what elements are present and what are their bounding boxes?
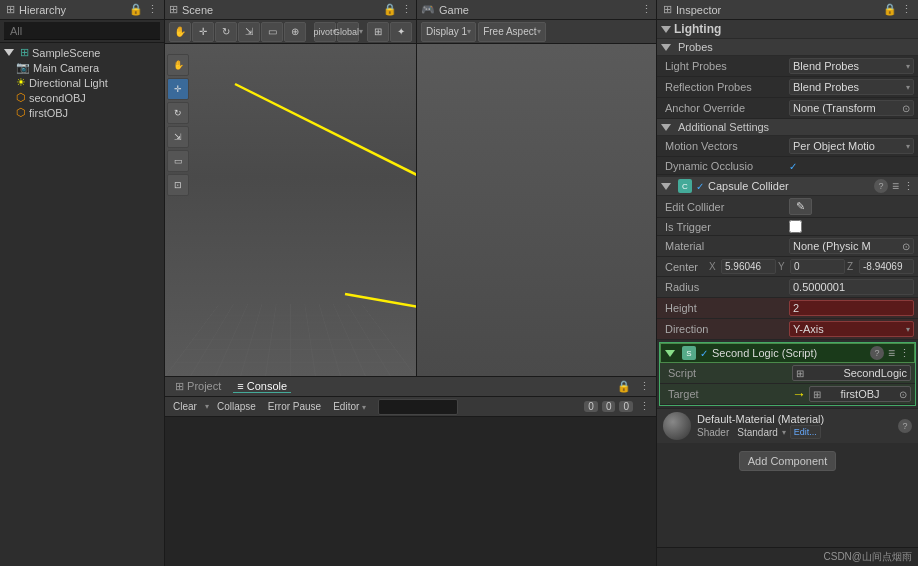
is-trigger-checkbox[interactable] — [789, 220, 802, 233]
center-area: ⊞ Scene 🔒 ⋮ ✋ ✛ ↻ ⇲ ▭ ⊕ — [165, 0, 656, 566]
scene-tool-hand[interactable]: ✋ — [167, 54, 189, 76]
game-viewport[interactable] — [417, 44, 656, 376]
motion-vectors-row: Motion Vectors Per Object Motio ▾ — [657, 136, 918, 157]
additional-settings-header[interactable]: Additional Settings — [657, 119, 918, 136]
scene-lock-icon[interactable]: 🔒 — [383, 3, 397, 16]
center-z-input[interactable] — [859, 259, 914, 274]
console-toolbar: Clear ▾ Collapse Error Pause Editor ▾ 0 … — [165, 397, 656, 417]
collapse-button[interactable]: Collapse — [213, 400, 260, 413]
hierarchy-search-input[interactable] — [4, 22, 160, 40]
scene-tool-scale[interactable]: ⇲ — [167, 126, 189, 148]
toolbar-rotate-btn[interactable]: ↻ — [215, 22, 237, 42]
material-info: Default-Material (Material) Shader Stand… — [697, 413, 892, 439]
scene-tool-snap[interactable]: ⊡ — [167, 174, 189, 196]
target-value[interactable]: ⊞ firstOBJ ⊙ — [809, 386, 911, 402]
hier-item-label: Main Camera — [33, 62, 99, 74]
center-x-input[interactable] — [721, 259, 776, 274]
script-settings-btn[interactable]: ≡ — [888, 346, 895, 360]
second-logic-title: Second Logic (Script) — [712, 347, 866, 359]
clear-button[interactable]: Clear — [169, 400, 201, 413]
height-row: Height 2 — [657, 298, 918, 319]
scene-panel: ⊞ Scene 🔒 ⋮ ✋ ✛ ↻ ⇲ ▭ ⊕ — [165, 0, 417, 376]
anchor-override-value[interactable]: None (Transform ⊙ — [789, 100, 914, 116]
toolbar-rect-btn[interactable]: ▭ — [261, 22, 283, 42]
bottom-header: ⊞ Project ≡ Console 🔒 ⋮ — [165, 377, 656, 397]
scene-menu-icon[interactable]: ⋮ — [401, 3, 412, 16]
light-probes-label: Light Probes — [665, 60, 785, 72]
toolbar-hand-btn[interactable]: ✋ — [169, 22, 191, 42]
watermark-container: CSDN@山间点烟雨 — [657, 547, 918, 566]
scene-grid-icon: ⊞ — [169, 3, 178, 16]
clear-dropdown-arrow[interactable]: ▾ — [205, 402, 209, 411]
collider-menu-icon[interactable]: ⋮ — [903, 180, 914, 193]
capsule-collider-header[interactable]: C Capsule Collider ? ≡ ⋮ — [657, 177, 918, 196]
inspector-lock-icon[interactable]: 🔒 — [883, 3, 897, 16]
material-sphere-preview — [663, 412, 691, 440]
scene-tool-rotate[interactable]: ↻ — [167, 102, 189, 124]
reflection-probes-label: Reflection Probes — [665, 81, 785, 93]
scene-tools-sidebar: ✋ ✛ ↻ ⇲ ▭ ⊡ — [167, 54, 189, 196]
material-edit-btn[interactable]: Edit... — [790, 425, 821, 439]
inspector-menu-icon[interactable]: ⋮ — [901, 3, 912, 16]
bottom-lock-icon[interactable]: 🔒 — [617, 380, 631, 393]
reflection-probes-value[interactable]: Blend Probes ▾ — [789, 79, 914, 95]
motion-vectors-value[interactable]: Per Object Motio ▾ — [789, 138, 914, 154]
hierarchy-menu-icon[interactable]: ⋮ — [147, 3, 158, 16]
collider-collapse-arrow — [661, 183, 671, 190]
toolbar-global-btn[interactable]: Global ▾ — [337, 22, 359, 42]
collider-material-value[interactable]: None (Physic M ⊙ — [789, 238, 914, 254]
material-help-btn[interactable]: ? — [898, 419, 912, 433]
probes-section-header[interactable]: Probes — [657, 39, 918, 56]
center-y-input[interactable] — [790, 259, 845, 274]
game-display-btn[interactable]: Display 1 ▾ — [421, 22, 476, 42]
light-probes-value[interactable]: Blend Probes ▾ — [789, 58, 914, 74]
hier-item-samplescene[interactable]: ⊞ SampleScene — [0, 45, 164, 60]
center-z-label: Z — [847, 261, 857, 272]
target-label: Target — [668, 388, 788, 400]
script-enabled-checkbox[interactable] — [700, 347, 708, 359]
collider-checkbox[interactable] — [696, 180, 704, 192]
reflection-probes-row: Reflection Probes Blend Probes ▾ — [657, 77, 918, 98]
bottom-menu-icon[interactable]: ⋮ — [639, 380, 650, 393]
project-tab[interactable]: ⊞ Project — [171, 380, 225, 393]
hier-item-secondobj[interactable]: ⬡ secondOBJ — [0, 90, 164, 105]
hier-item-main-camera[interactable]: 📷 Main Camera — [0, 60, 164, 75]
toolbar-transform-btn[interactable]: ⊕ — [284, 22, 306, 42]
script-help-btn[interactable]: ? — [870, 346, 884, 360]
anchor-override-label: Anchor Override — [665, 102, 785, 114]
toolbar-fx-btn[interactable]: ✦ — [390, 22, 412, 42]
center-row: Center X Y Z — [657, 257, 918, 277]
lighting-section: Lighting — [657, 20, 918, 39]
hier-item-firstobj[interactable]: ⬡ firstOBJ — [0, 105, 164, 120]
direction-value[interactable]: Y-Axis ▾ — [789, 321, 914, 337]
collider-help-btn[interactable]: ? — [874, 179, 888, 193]
script-value[interactable]: ⊞ SecondLogic — [792, 365, 911, 381]
edit-collider-btn[interactable]: ✎ — [789, 198, 812, 215]
toolbar-scale-btn[interactable]: ⇲ — [238, 22, 260, 42]
scene-tool-move[interactable]: ✛ — [167, 78, 189, 100]
console-menu-icon[interactable]: ⋮ — [637, 400, 652, 413]
script-menu-icon[interactable]: ⋮ — [899, 347, 910, 360]
collider-settings-btn[interactable]: ≡ — [892, 179, 899, 193]
game-aspect-btn[interactable]: Free Aspect ▾ — [478, 22, 545, 42]
toolbar-grid-btn[interactable]: ⊞ — [367, 22, 389, 42]
second-logic-header[interactable]: S Second Logic (Script) ? ≡ ⋮ — [660, 343, 915, 363]
scene-viewport[interactable]: ✋ ✛ ↻ ⇲ ▭ ⊡ — [165, 44, 416, 376]
scene-tool-rect[interactable]: ▭ — [167, 150, 189, 172]
add-component-button[interactable]: Add Component — [739, 451, 837, 471]
hierarchy-lock-icon[interactable]: 🔒 — [129, 3, 143, 16]
radius-value[interactable]: 0.5000001 — [789, 279, 914, 295]
console-search-input[interactable] — [378, 399, 458, 415]
anchor-override-row: Anchor Override None (Transform ⊙ — [657, 98, 918, 119]
toolbar-move-btn[interactable]: ✛ — [192, 22, 214, 42]
game-menu-icon[interactable]: ⋮ — [641, 3, 652, 16]
editor-label: Editor — [333, 401, 359, 412]
lighting-collapse-arrow[interactable] — [661, 26, 671, 33]
console-tab[interactable]: ≡ Console — [233, 380, 291, 393]
dynamic-occlusion-checkbox[interactable] — [789, 160, 797, 172]
shader-label: Shader — [697, 427, 729, 438]
hier-item-directional-light[interactable]: ☀ Directional Light — [0, 75, 164, 90]
error-pause-button[interactable]: Error Pause — [264, 400, 325, 413]
editor-button[interactable]: Editor ▾ — [329, 400, 370, 413]
height-value[interactable]: 2 — [789, 300, 914, 316]
